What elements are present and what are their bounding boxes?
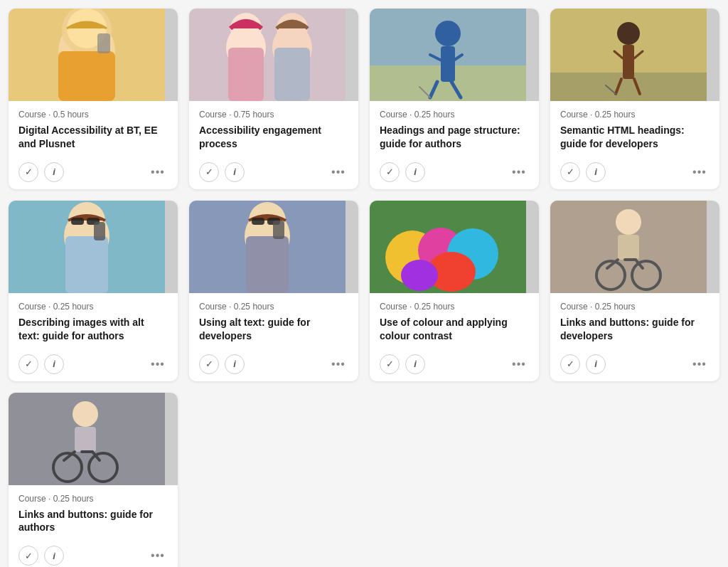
info-button-6[interactable]: i	[225, 354, 245, 374]
more-button-9[interactable]: •••	[148, 546, 168, 566]
course-card-2: Course · 0.75 hours Accessibility engage…	[189, 9, 358, 189]
course-card-9: Course · 0.25 hours Links and buttons: g…	[9, 393, 178, 567]
card-image-1	[9, 9, 178, 101]
card-image-4	[550, 9, 719, 101]
check-button-2[interactable]: ✓	[199, 162, 219, 182]
card-title-6: Using alt text: guide for developers	[199, 316, 348, 343]
card-actions-5: ✓ i •••	[9, 349, 178, 381]
info-button-5[interactable]: i	[44, 354, 64, 374]
svg-rect-44	[273, 221, 284, 239]
check-button-7[interactable]: ✓	[380, 354, 400, 374]
info-button-7[interactable]: i	[405, 354, 425, 374]
svg-rect-37	[94, 222, 105, 240]
card-title-7: Use of colour and applying colour contra…	[380, 316, 529, 343]
svg-rect-34	[71, 218, 84, 225]
svg-rect-9	[228, 48, 264, 101]
card-image-3	[370, 9, 539, 101]
svg-rect-3	[58, 51, 115, 101]
card-body-5: Course · 0.25 hours Describing images wi…	[9, 293, 178, 349]
card-body-2: Course · 0.75 hours Accessibility engage…	[189, 101, 358, 157]
more-button-1[interactable]: •••	[148, 162, 168, 182]
card-actions-7: ✓ i •••	[370, 349, 539, 381]
card-image-7	[370, 201, 539, 293]
card-meta-9: Course · 0.25 hours	[18, 494, 168, 504]
info-button-3[interactable]: i	[405, 162, 425, 182]
more-button-6[interactable]: •••	[328, 354, 348, 374]
card-meta-5: Course · 0.25 hours	[18, 302, 168, 312]
card-body-4: Course · 0.25 hours Semantic HTML headin…	[550, 101, 719, 157]
more-button-3[interactable]: •••	[509, 162, 529, 182]
more-button-7[interactable]: •••	[509, 354, 529, 374]
more-button-2[interactable]: •••	[328, 162, 348, 182]
card-image-8	[550, 201, 719, 293]
course-card-6: Course · 0.25 hours Using alt text: guid…	[189, 201, 358, 381]
card-image-5	[9, 201, 178, 293]
svg-rect-36	[65, 236, 108, 293]
card-meta-4: Course · 0.25 hours	[560, 110, 710, 120]
card-image-9	[9, 393, 178, 485]
svg-point-50	[401, 260, 438, 291]
course-card-1: Course · 0.5 hours Digital Accessibility…	[9, 9, 178, 189]
svg-rect-53	[618, 235, 639, 260]
course-grid: Course · 0.5 hours Digital Accessibility…	[9, 9, 719, 567]
check-button-3[interactable]: ✓	[380, 162, 400, 182]
card-body-7: Course · 0.25 hours Use of colour and ap…	[370, 293, 539, 349]
check-button-1[interactable]: ✓	[18, 162, 38, 182]
card-actions-8: ✓ i •••	[550, 349, 719, 381]
svg-rect-61	[75, 427, 96, 452]
card-actions-3: ✓ i •••	[370, 157, 539, 189]
card-title-9: Links and buttons: guide for authors	[18, 508, 168, 535]
card-actions-2: ✓ i •••	[189, 157, 358, 189]
svg-rect-5	[97, 33, 110, 53]
more-button-4[interactable]: •••	[690, 162, 710, 182]
card-title-4: Semantic HTML headings: guide for develo…	[560, 124, 710, 151]
svg-point-24	[617, 22, 640, 45]
check-button-4[interactable]: ✓	[560, 162, 580, 182]
card-title-5: Describing images with alt text: guide f…	[18, 316, 168, 343]
card-body-1: Course · 0.5 hours Digital Accessibility…	[9, 101, 178, 157]
course-card-3: Course · 0.25 hours Headings and page st…	[370, 9, 539, 189]
card-body-8: Course · 0.25 hours Links and buttons: g…	[550, 293, 719, 349]
info-button-4[interactable]: i	[586, 162, 606, 182]
card-actions-1: ✓ i •••	[9, 157, 178, 189]
more-button-8[interactable]: •••	[690, 354, 710, 374]
card-title-1: Digital Accessibility at BT, EE and Plus…	[18, 124, 168, 151]
course-card-4: Course · 0.25 hours Semantic HTML headin…	[550, 9, 719, 189]
card-meta-6: Course · 0.25 hours	[199, 302, 348, 312]
card-title-8: Links and buttons: guide for developers	[560, 316, 710, 343]
check-button-5[interactable]: ✓	[18, 354, 38, 374]
card-meta-2: Course · 0.75 hours	[199, 110, 348, 120]
card-meta-7: Course · 0.25 hours	[380, 302, 529, 312]
info-button-8[interactable]: i	[586, 354, 606, 374]
card-body-9: Course · 0.25 hours Links and buttons: g…	[9, 485, 178, 541]
svg-point-52	[616, 209, 641, 235]
card-image-2	[189, 9, 358, 101]
course-card-5: Course · 0.25 hours Describing images wi…	[9, 201, 178, 381]
card-title-2: Accessibility engagement process	[199, 124, 348, 151]
info-button-9[interactable]: i	[44, 546, 64, 566]
card-actions-4: ✓ i •••	[550, 157, 719, 189]
card-meta-8: Course · 0.25 hours	[560, 302, 710, 312]
svg-point-60	[73, 401, 98, 427]
card-body-3: Course · 0.25 hours Headings and page st…	[370, 101, 539, 157]
svg-rect-43	[246, 236, 289, 293]
more-button-5[interactable]: •••	[148, 354, 168, 374]
info-button-2[interactable]: i	[225, 162, 245, 182]
svg-point-15	[435, 21, 461, 46]
svg-rect-41	[252, 218, 264, 225]
course-card-7: Course · 0.25 hours Use of colour and ap…	[370, 201, 539, 381]
check-button-8[interactable]: ✓	[560, 354, 580, 374]
svg-rect-16	[441, 46, 455, 82]
check-button-9[interactable]: ✓	[18, 546, 38, 566]
card-body-6: Course · 0.25 hours Using alt text: guid…	[189, 293, 358, 349]
course-card-8: Course · 0.25 hours Links and buttons: g…	[550, 201, 719, 381]
svg-rect-25	[623, 45, 634, 79]
card-actions-6: ✓ i •••	[189, 349, 358, 381]
card-meta-1: Course · 0.5 hours	[18, 110, 168, 120]
svg-rect-6	[189, 9, 346, 101]
svg-rect-12	[274, 48, 310, 101]
card-image-6	[189, 201, 358, 293]
card-actions-9: ✓ i •••	[9, 540, 178, 567]
check-button-6[interactable]: ✓	[199, 354, 219, 374]
info-button-1[interactable]: i	[44, 162, 64, 182]
